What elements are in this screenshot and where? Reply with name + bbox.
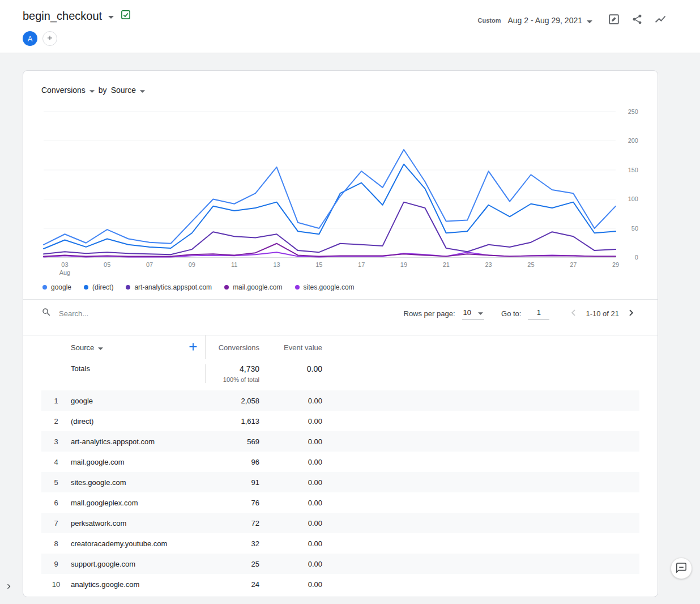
svg-text:19: 19 <box>400 261 407 268</box>
table-row[interactable]: 2(direct)1,6130.00 <box>41 411 639 431</box>
svg-text:25: 25 <box>527 261 534 268</box>
share-button[interactable] <box>630 12 644 28</box>
go-to-page-input[interactable] <box>528 307 549 320</box>
row-number: 2 <box>41 417 71 426</box>
legend-item: art-analytics.appspot.com <box>126 283 212 291</box>
event-value-cell: 0.00 <box>259 519 322 528</box>
search-input[interactable] <box>58 309 188 318</box>
rows-per-page-label: Rows per page: <box>404 309 455 318</box>
svg-text:0: 0 <box>635 254 638 261</box>
edit-comparisons-icon <box>608 13 620 27</box>
legend-label: art-analytics.appspot.com <box>134 283 212 291</box>
title-dropdown-button[interactable] <box>107 11 115 22</box>
source-cell: mail.google.com <box>71 458 206 466</box>
table-row[interactable]: 3art-analytics.appspot.com5690.00 <box>41 431 639 452</box>
legend-item: sites.google.com <box>295 283 355 291</box>
legend-dot <box>84 285 88 290</box>
rows-per-page-select[interactable]: 10 <box>462 307 484 320</box>
legend-item: (direct) <box>84 283 113 291</box>
conversions-cell: 25 <box>206 560 259 568</box>
table-controls: Rows per page: 10 Go to: 1-10 of 21 <box>41 300 639 327</box>
svg-text:200: 200 <box>628 137 638 144</box>
row-number: 1 <box>41 397 71 405</box>
svg-text:100: 100 <box>628 195 638 202</box>
table-row[interactable]: 4mail.google.com960.00 <box>41 452 639 472</box>
table-row[interactable]: 5sites.google.com910.00 <box>41 472 639 492</box>
add-comparison-button[interactable] <box>42 31 57 46</box>
metric-selector[interactable]: Conversions <box>41 84 95 96</box>
source-header-label: Source <box>71 343 94 352</box>
next-page-button[interactable] <box>624 305 639 322</box>
totals-conversions: 4,730 <box>206 364 259 373</box>
legend-label: mail.google.com <box>233 283 282 291</box>
expand-navigation-button[interactable] <box>2 580 16 595</box>
table-row[interactable]: 8creatoracademy.youtube.com320.00 <box>41 533 639 554</box>
row-number: 9 <box>41 560 71 568</box>
table-row[interactable]: 1google2,0580.00 <box>41 390 639 411</box>
svg-text:07: 07 <box>146 261 153 268</box>
totals-event-value: 0.00 <box>259 364 322 373</box>
chevron-right-icon <box>5 584 14 593</box>
event-value-cell: 0.00 <box>259 437 322 446</box>
row-number: 7 <box>41 519 71 528</box>
rows-per-page-value: 10 <box>463 308 471 317</box>
event-value-column-header[interactable]: Event value <box>259 343 322 352</box>
table-row[interactable]: 7perksatwork.com720.00 <box>41 513 639 533</box>
edit-comparisons-button[interactable] <box>606 11 622 29</box>
event-value-cell: 0.00 <box>259 580 322 589</box>
chevron-right-icon <box>625 307 638 321</box>
report-header-left: begin_checkout A <box>23 9 131 46</box>
dimension-selector[interactable]: Source <box>111 84 145 96</box>
event-value-cell: 0.00 <box>259 478 322 487</box>
date-preset-label: Custom <box>477 17 501 24</box>
report-header-right: Custom Aug 2 - Aug 29, 2021 <box>477 11 668 29</box>
event-value-cell: 0.00 <box>259 417 322 426</box>
legend-label: google <box>51 283 71 291</box>
chevron-down-icon <box>98 343 103 352</box>
table-row[interactable]: 6mall.googleplex.com760.00 <box>41 492 639 513</box>
source-cell: sites.google.com <box>71 478 206 487</box>
table-body: 1google2,0580.002(direct)1,6130.003art-a… <box>41 390 639 594</box>
table-header-row: Source Conversions Event value <box>41 335 639 359</box>
row-number: 6 <box>41 499 71 507</box>
add-column-button[interactable] <box>187 341 199 355</box>
source-cell: creatoracademy.youtube.com <box>71 539 206 548</box>
series-line-mail.google.com <box>44 244 616 257</box>
conversions-cell: 569 <box>206 437 259 446</box>
legend-dot <box>42 285 47 290</box>
source-cell: support.google.com <box>71 560 206 568</box>
legend-label: (direct) <box>92 283 113 291</box>
share-icon <box>631 14 643 27</box>
by-label: by <box>99 86 107 95</box>
totals-row: Totals 4,730 100% of total 0.00 <box>41 359 639 390</box>
feedback-button[interactable] <box>671 558 692 579</box>
conversion-check-icon <box>120 9 131 23</box>
totals-label: Totals <box>71 364 206 383</box>
table-row[interactable]: 9support.google.com250.00 <box>41 554 639 574</box>
chart-area: 05010015020025003Aug05070911131517192123… <box>41 101 639 281</box>
source-column-header[interactable]: Source <box>71 343 103 352</box>
date-range-selector[interactable]: Aug 2 - Aug 29, 2021 <box>506 14 594 27</box>
conversions-column-header[interactable]: Conversions <box>206 343 259 352</box>
conversions-cell: 2,058 <box>206 397 259 405</box>
event-value-cell: 0.00 <box>259 560 322 568</box>
previous-page-button[interactable] <box>565 305 581 322</box>
svg-text:05: 05 <box>104 261 110 268</box>
row-number: 4 <box>41 458 71 466</box>
insights-button[interactable] <box>652 11 668 29</box>
plus-icon <box>46 34 54 44</box>
table-row[interactable]: 10analytics.google.com240.00 <box>41 574 639 594</box>
conversions-cell: 1,613 <box>206 417 259 426</box>
svg-text:21: 21 <box>443 261 450 268</box>
source-cell: analytics.google.com <box>71 580 206 589</box>
source-cell: google <box>71 397 206 405</box>
svg-text:17: 17 <box>358 261 365 268</box>
event-value-cell: 0.00 <box>259 397 322 405</box>
conversions-line-chart: 05010015020025003Aug05070911131517192123… <box>41 101 639 281</box>
svg-text:Aug: Aug <box>59 269 71 276</box>
comparison-avatar[interactable]: A <box>23 31 37 46</box>
pagination-range: 1-10 of 21 <box>586 309 619 318</box>
legend-label: sites.google.com <box>304 283 355 291</box>
conversions-cell: 72 <box>206 519 259 528</box>
chevron-left-icon <box>567 307 579 321</box>
